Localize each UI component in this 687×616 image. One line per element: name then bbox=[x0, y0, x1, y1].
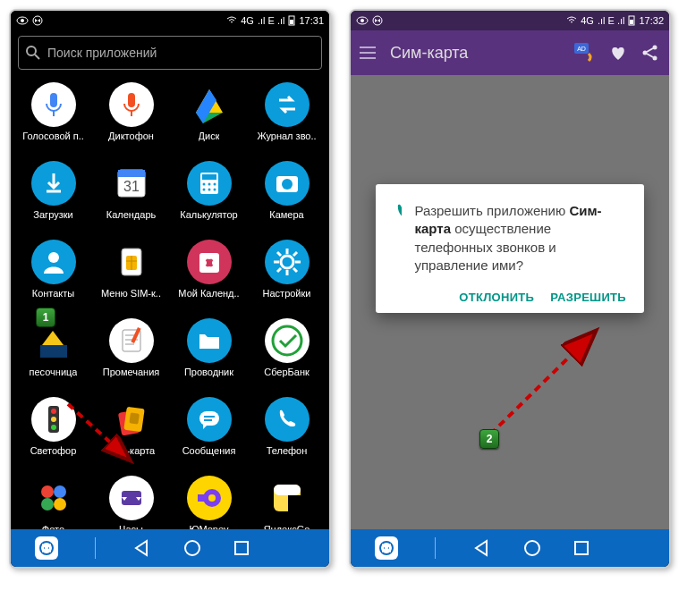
svg-point-30 bbox=[208, 189, 210, 191]
menu-icon[interactable] bbox=[360, 46, 377, 60]
svg-point-82 bbox=[265, 397, 310, 442]
svg-point-44 bbox=[207, 254, 212, 259]
svg-marker-108 bbox=[375, 19, 377, 22]
eye-icon bbox=[16, 16, 29, 25]
app-drive[interactable]: Диск bbox=[170, 79, 248, 157]
svg-marker-126 bbox=[476, 541, 487, 555]
nav-home-icon[interactable] bbox=[182, 538, 202, 558]
svg-rect-78 bbox=[199, 411, 219, 426]
svg-point-27 bbox=[208, 183, 210, 186]
phone-permission-icon bbox=[394, 202, 402, 225]
app-label: Сим-карта bbox=[107, 445, 155, 456]
battery-icon bbox=[288, 15, 295, 26]
app-label: Промечания bbox=[103, 367, 159, 377]
search-icon bbox=[26, 46, 40, 60]
eye-icon bbox=[356, 16, 369, 25]
svg-point-47 bbox=[201, 260, 207, 266]
app-note[interactable]: Промечания bbox=[92, 315, 170, 393]
app-cal[interactable]: 31Календарь bbox=[92, 157, 170, 236]
app-photos[interactable]: Фото bbox=[14, 472, 92, 529]
app-label: Камера bbox=[269, 209, 303, 220]
svg-point-71 bbox=[51, 409, 56, 414]
app-calc[interactable]: Калькулятор bbox=[170, 157, 248, 236]
svg-point-36 bbox=[48, 252, 59, 263]
micblue-icon bbox=[31, 82, 76, 127]
signal-label: .ıl E .ıl bbox=[598, 15, 625, 26]
search-input[interactable]: Поиск приложений bbox=[18, 36, 322, 70]
svg-line-8 bbox=[35, 55, 39, 59]
nav-home-icon[interactable] bbox=[522, 538, 542, 558]
app-gear[interactable]: Настройки bbox=[248, 236, 326, 315]
app-label: Часы bbox=[119, 524, 143, 529]
app-yago[interactable]: ЯндексGo bbox=[248, 472, 326, 529]
phone-left: 4G .ıl E .ıl 17:31 Поиск приложений Голо… bbox=[9, 9, 331, 569]
app-folder[interactable]: Проводник bbox=[170, 315, 248, 393]
svg-rect-58 bbox=[40, 345, 67, 358]
app-label: Телефон bbox=[267, 445, 308, 456]
teamviewer-status-icon bbox=[372, 15, 383, 26]
app-label: Календарь bbox=[106, 209, 157, 220]
calc-icon bbox=[187, 161, 232, 206]
app-contact[interactable]: Контакты bbox=[14, 236, 92, 315]
app-clock[interactable]: Часы bbox=[92, 472, 170, 529]
app-simcards[interactable]: Сим-карта bbox=[92, 393, 170, 472]
app-swap[interactable]: Журнал зво.. bbox=[248, 79, 326, 157]
app-flowercal[interactable]: Мой Календ.. bbox=[170, 236, 248, 315]
svg-rect-6 bbox=[290, 20, 293, 24]
allow-button[interactable]: РАЗРЕШИТЬ bbox=[550, 291, 626, 304]
svg-marker-125 bbox=[386, 545, 390, 551]
app-traffic[interactable]: Светофор bbox=[14, 393, 92, 472]
app-download[interactable]: Загрузки bbox=[14, 157, 92, 236]
teamviewer-badge[interactable] bbox=[375, 536, 398, 560]
app-label: Диск bbox=[199, 131, 220, 141]
note-icon bbox=[109, 318, 154, 363]
app-grid[interactable]: Голосовой п..ДиктофонДискЖурнал зво..Заг… bbox=[11, 75, 329, 529]
svg-marker-101 bbox=[47, 545, 50, 551]
app-msg[interactable]: Сообщения bbox=[170, 393, 248, 472]
svg-rect-128 bbox=[575, 542, 588, 554]
svg-rect-104 bbox=[235, 542, 248, 554]
app-yoomoney[interactable]: ЮMoney bbox=[170, 472, 248, 529]
status-bar: 4G .ıl E .ıl 17:31 bbox=[11, 11, 329, 30]
swap-icon bbox=[265, 82, 310, 127]
nav-bar bbox=[351, 529, 669, 567]
app-camera[interactable]: Камера bbox=[248, 157, 326, 236]
permission-dialog: Разрешить приложению Сим-карта осуществл… bbox=[376, 184, 644, 313]
status-bar: 4G .ıl E .ıl 17:32 bbox=[351, 11, 669, 30]
battery-icon bbox=[628, 15, 635, 26]
clock-icon bbox=[109, 476, 154, 520]
app-label: Фото bbox=[42, 524, 64, 529]
micorange-icon bbox=[109, 82, 154, 127]
svg-rect-10 bbox=[50, 93, 57, 107]
search-placeholder: Поиск приложений bbox=[47, 46, 157, 60]
heart-icon[interactable] bbox=[608, 43, 628, 63]
annotation-1: 1 bbox=[36, 308, 55, 327]
app-micblue[interactable]: Голосовой п.. bbox=[14, 79, 92, 157]
svg-marker-3 bbox=[35, 19, 38, 22]
svg-point-73 bbox=[51, 425, 56, 430]
teamviewer-badge[interactable] bbox=[35, 536, 58, 560]
nav-recent-icon[interactable] bbox=[572, 539, 590, 557]
app-micorange[interactable]: Диктофон bbox=[92, 79, 170, 157]
svg-point-84 bbox=[54, 485, 66, 498]
appbar-title: Сим-карта bbox=[390, 44, 468, 63]
app-sim[interactable]: Меню SIM-к.. bbox=[92, 236, 170, 315]
svg-rect-111 bbox=[630, 20, 633, 24]
ad-icon[interactable]: AD bbox=[572, 41, 596, 64]
msg-icon bbox=[187, 397, 232, 442]
app-sber[interactable]: СберБанк bbox=[248, 315, 326, 393]
nav-back-icon[interactable] bbox=[132, 538, 152, 558]
share-icon[interactable] bbox=[640, 43, 660, 63]
app-phone[interactable]: Телефон bbox=[248, 393, 326, 472]
svg-rect-96 bbox=[274, 485, 301, 495]
arrow-annotation-2 bbox=[483, 325, 608, 442]
svg-point-85 bbox=[41, 498, 54, 511]
nav-recent-icon[interactable] bbox=[233, 539, 250, 557]
app-label: Загрузки bbox=[33, 209, 72, 220]
svg-rect-97 bbox=[288, 495, 301, 511]
nav-back-icon[interactable] bbox=[472, 538, 492, 558]
svg-point-1 bbox=[21, 19, 24, 22]
network-label: 4G bbox=[581, 15, 594, 26]
app-label: Проводник bbox=[184, 367, 233, 377]
deny-button[interactable]: ОТКЛОНИТЬ bbox=[459, 291, 534, 304]
